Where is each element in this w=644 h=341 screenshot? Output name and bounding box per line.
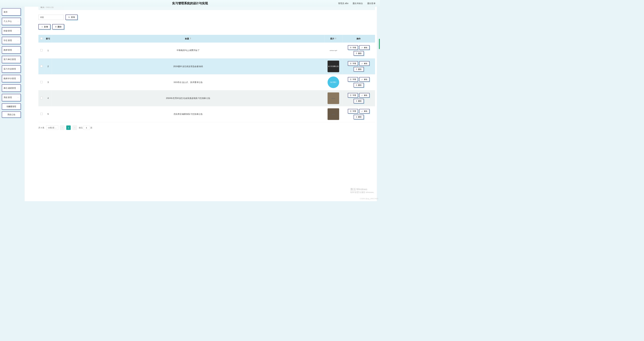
- edit-button[interactable]: 修改: [359, 61, 370, 66]
- row-checkbox[interactable]: [40, 49, 43, 51]
- cell-title: 中期检查马上就要开始了: [52, 43, 324, 59]
- total-count: 共 5 条: [38, 126, 44, 129]
- row-delete-button[interactable]: 删除: [354, 51, 364, 55]
- cell-title: XXX市企业人才、技术需求公告: [52, 74, 324, 90]
- cell-index: 5: [44, 106, 52, 122]
- col-title[interactable]: 标题▲▼: [52, 35, 324, 43]
- edit-button[interactable]: 修改: [359, 109, 370, 113]
- doc-icon: [350, 47, 351, 48]
- detail-button[interactable]: 详情: [348, 77, 358, 82]
- svg-line-1: [69, 17, 70, 18]
- doc-icon: [350, 95, 351, 96]
- chevron-down-icon: ﹀: [17, 68, 19, 70]
- sidebar-item-profile[interactable]: 个人中心﹀: [2, 18, 21, 25]
- trash-icon: [356, 52, 357, 54]
- sidebar-item-student[interactable]: 学生管理﹀: [2, 37, 21, 44]
- chevron-down-icon: ﹀: [17, 49, 19, 51]
- sidebar-item-score-teacher[interactable]: 教师评分管理﹀: [2, 75, 21, 82]
- svg-point-0: [68, 17, 69, 18]
- delete-button[interactable]: 删除: [52, 24, 64, 30]
- prev-page-button[interactable]: ‹: [60, 125, 65, 130]
- edit-button[interactable]: 修改: [359, 45, 370, 50]
- user-label[interactable]: 管理员 abo: [338, 2, 348, 5]
- chevron-down-icon: ﹀: [17, 77, 19, 80]
- table-row: 1中期检查马上就要开始了cartoon-girl 详情 修改 删除: [38, 43, 375, 59]
- page-size-select[interactable]: 10条/页 ⌄: [46, 125, 58, 130]
- chevron-down-icon: ﹀: [17, 39, 19, 42]
- thumbnail-image[interactable]: photo: [328, 92, 339, 104]
- detail-button[interactable]: 详情: [348, 109, 358, 113]
- sidebar-item-home[interactable]: 首页: [2, 8, 21, 16]
- cell-index: 2: [44, 59, 52, 74]
- row-delete-button[interactable]: 删除: [354, 99, 364, 103]
- page-1-button[interactable]: 1: [66, 125, 71, 130]
- sidebar-sub-carousel[interactable]: 轮播图管理: [2, 103, 21, 110]
- edit-icon: [361, 63, 363, 64]
- csdn-watermark: CSDN @qq_28917403: [360, 198, 378, 200]
- row-checkbox[interactable]: [40, 65, 43, 67]
- cell-index: 3: [44, 74, 52, 90]
- row-delete-button[interactable]: 删除: [354, 115, 364, 119]
- sidebar-sub-notice[interactable]: 系统公告: [2, 111, 21, 118]
- sidebar-item-teacher[interactable]: 教师管理﹀: [2, 46, 21, 54]
- thumbnail-image[interactable]: 加入我们: [328, 76, 339, 88]
- doc-icon: [350, 79, 351, 80]
- trash-icon: [55, 26, 57, 28]
- thumbnail-image[interactable]: 实习生招募公告: [328, 61, 339, 72]
- thumbnail-image[interactable]: cartoon-girl: [328, 45, 339, 56]
- goto-front-link[interactable]: 退出到前台: [353, 2, 363, 5]
- detail-button[interactable]: 详情: [348, 61, 358, 66]
- detail-button[interactable]: 详情: [348, 45, 358, 50]
- edit-button[interactable]: 修改: [359, 93, 370, 98]
- select-all-checkbox[interactable]: [40, 37, 43, 40]
- next-page-button[interactable]: ›: [72, 125, 77, 130]
- edit-icon: [361, 95, 363, 96]
- sidebar-item-score-unit[interactable]: 单位成绩管理﹀: [2, 84, 21, 92]
- sort-icon: ▲▼: [190, 37, 191, 40]
- goto-page-input[interactable]: [83, 126, 90, 130]
- sidebar-item-class[interactable]: 班级管理﹀: [2, 27, 21, 35]
- table-row: 22024届毕业生就业双选会邀请函实习生招募公告 详情 修改 删除: [38, 59, 375, 74]
- doc-icon: [350, 110, 351, 112]
- table-row: 3XXX市企业人才、技术需求公告加入我们 详情 修改 删除: [38, 74, 375, 90]
- search-icon: [68, 16, 70, 18]
- sidebar-item-system[interactable]: 系统管理﹀: [2, 94, 21, 101]
- row-delete-button[interactable]: 删除: [354, 67, 364, 72]
- cell-title: 优衣库店铺寒假实习生招募公告: [52, 106, 324, 122]
- sidebar: 首页 个人中心﹀ 班级管理﹀ 学生管理﹀ 教师管理﹀ 实习单位管理﹀ 实习作业管…: [2, 8, 21, 119]
- table-row: 42024年优秀毕业生社会实践基地实习生招募公告photo 详情 修改 删除: [38, 90, 375, 106]
- trash-icon: [356, 100, 357, 102]
- row-delete-button[interactable]: 删除: [354, 83, 364, 88]
- logout-link[interactable]: 退出登录: [367, 2, 375, 5]
- trash-icon: [356, 116, 357, 118]
- chevron-down-icon: ﹀: [17, 87, 19, 89]
- plus-icon: ＋: [41, 25, 43, 28]
- edit-icon: [361, 47, 363, 48]
- row-checkbox[interactable]: [40, 113, 43, 115]
- edit-icon: [361, 110, 363, 112]
- chevron-down-icon: ﹀: [17, 20, 19, 23]
- app-title: 实习管理系统的设计与实现: [172, 1, 208, 5]
- thumbnail-image[interactable]: store: [328, 108, 339, 120]
- chevron-down-icon: ﹀: [17, 97, 19, 99]
- pagination: 共 5 条 10条/页 ⌄ ‹ 1 › 前往 页: [38, 125, 377, 130]
- main-panel: 首页 / 系统公告 查询 ＋ 新增 删除 索引 标题▲▼ 图片▲▼: [24, 0, 377, 201]
- row-checkbox[interactable]: [40, 81, 43, 83]
- add-button[interactable]: ＋ 新增: [38, 24, 50, 30]
- chevron-down-icon: ﹀: [17, 30, 19, 32]
- chevron-down-icon: ⌄: [55, 126, 57, 129]
- cell-index: 4: [44, 90, 52, 106]
- col-image[interactable]: 图片▲▼: [325, 35, 342, 43]
- detail-button[interactable]: 详情: [348, 93, 358, 98]
- data-table: 索引 标题▲▼ 图片▲▼ 操作 1中期检查马上就要开始了cartoon-girl…: [38, 35, 375, 122]
- search-input[interactable]: [38, 15, 64, 20]
- sidebar-item-homework[interactable]: 实习作业管理﹀: [2, 65, 21, 73]
- goto-page: 前往 页: [79, 126, 92, 130]
- edit-button[interactable]: 修改: [359, 77, 370, 82]
- cell-title: 2024年优秀毕业生社会实践基地实习生招募公告: [52, 90, 324, 106]
- row-checkbox[interactable]: [40, 97, 43, 99]
- query-button[interactable]: 查询: [66, 15, 78, 20]
- sidebar-item-unit[interactable]: 实习单位管理﹀: [2, 56, 21, 63]
- sort-icon: ▲▼: [335, 37, 337, 40]
- scrollbar-indicator[interactable]: [379, 39, 380, 49]
